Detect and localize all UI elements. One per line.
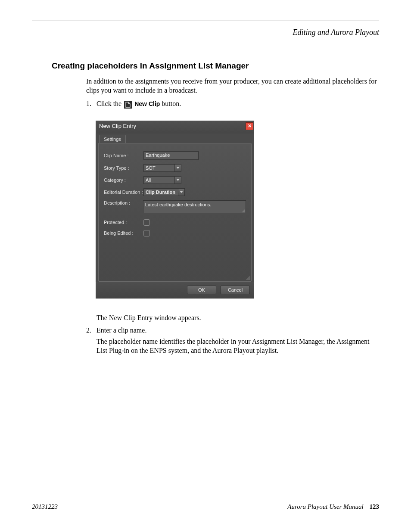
label-story-type: Story Type : xyxy=(104,165,143,171)
step-2-detail: The placeholder name identifies the plac… xyxy=(97,337,379,355)
protected-checkbox[interactable] xyxy=(143,219,150,226)
intro-paragraph: In addition to the assignments you recei… xyxy=(86,77,379,95)
ok-button[interactable]: OK xyxy=(187,286,216,294)
label-being-edited: Being Edited : xyxy=(104,230,143,236)
footer-book: Aurora Playout User Manual xyxy=(287,503,364,510)
description-input[interactable]: Latest earthquake destructions. xyxy=(143,200,246,213)
clip-name-value: Earthquake xyxy=(146,152,170,158)
clip-name-input[interactable]: Earthquake xyxy=(143,151,199,160)
new-clip-label: New Clip xyxy=(134,100,160,107)
description-value: Latest earthquake destructions. xyxy=(145,202,211,207)
editorial-duration-value: Clip Duration xyxy=(144,189,178,196)
chevron-down-icon xyxy=(178,189,184,196)
footer-date: 20131223 xyxy=(32,503,58,510)
step-1-result: The New Clip Entry window appears. xyxy=(97,313,379,322)
label-protected: Protected : xyxy=(104,220,143,225)
label-clip-name: Clip Name : xyxy=(104,153,143,158)
label-editorial-duration: Editorial Duration : xyxy=(104,190,143,195)
page-footer: 20131223 Aurora Playout User Manual 123 xyxy=(32,503,379,510)
cancel-button[interactable]: Cancel xyxy=(221,286,250,294)
header-rule xyxy=(32,21,379,21)
tab-label: Settings xyxy=(104,137,121,142)
step-2-text: Enter a clip name. xyxy=(97,327,379,334)
category-select[interactable]: All xyxy=(143,176,181,184)
close-icon: ✕ xyxy=(248,123,252,129)
editorial-duration-select[interactable]: Clip Duration xyxy=(143,188,185,196)
new-clip-icon xyxy=(124,101,132,109)
page-heading: Creating placeholders in Assignment List… xyxy=(52,61,379,71)
step-2: 2. Enter a clip name. xyxy=(86,327,379,334)
cancel-label: Cancel xyxy=(228,287,243,292)
resize-handle-icon[interactable] xyxy=(246,276,250,280)
footer-page: 123 xyxy=(370,503,380,510)
step-1-text-post: button. xyxy=(162,100,181,107)
label-category: Category : xyxy=(104,177,143,183)
category-value: All xyxy=(144,177,174,184)
label-description: Description : xyxy=(104,200,143,205)
close-button[interactable]: ✕ xyxy=(246,122,253,130)
tab-settings[interactable]: Settings xyxy=(99,135,126,143)
story-type-select[interactable]: SOT xyxy=(143,164,181,172)
step-1-text-pre: Click the xyxy=(97,100,123,107)
story-type-value: SOT xyxy=(144,165,174,171)
ok-label: OK xyxy=(198,287,205,292)
chevron-down-icon xyxy=(174,177,181,184)
being-edited-checkbox[interactable] xyxy=(143,230,150,236)
chevron-down-icon xyxy=(174,165,181,171)
step-1: 1. Click the New Clip button. xyxy=(86,100,379,108)
section-header: Editing and Aurora Playout xyxy=(32,28,379,37)
new-clip-entry-dialog: New Clip Entry ✕ Settings Clip Name : Ea… xyxy=(96,121,254,299)
step-number: 2. xyxy=(86,327,97,334)
step-number: 1. xyxy=(86,100,97,108)
dialog-title: New Clip Entry xyxy=(99,123,136,129)
